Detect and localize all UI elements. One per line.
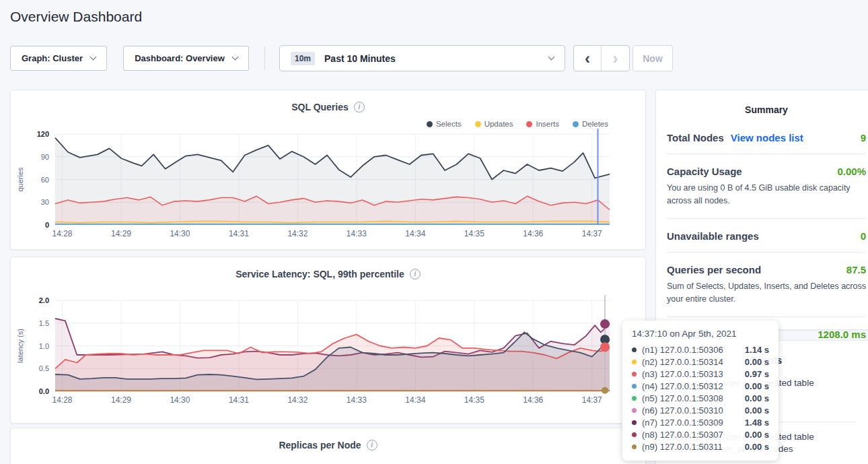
now-button-label: Now: [643, 53, 663, 64]
chevron-down-icon: [231, 54, 238, 61]
node-dot-icon: [632, 396, 637, 401]
node-address: (n1) 127.0.0.1:50306: [642, 345, 723, 355]
svg-text:14:28: 14:28: [52, 395, 72, 405]
service-latency-chart[interactable]: 14:2814:2914:3014:3114:3214:3314:3414:35…: [11, 257, 647, 424]
tooltip-row: (n1) 127.0.0.1:503061.14 s: [632, 343, 769, 356]
svg-text:60: 60: [41, 176, 49, 184]
svg-text:14:35: 14:35: [464, 395, 484, 405]
node-address: (n3) 127.0.0.1:50313: [642, 369, 723, 379]
node-dot-icon: [632, 347, 637, 352]
tooltip-time: 14:37:10: [632, 329, 667, 339]
node-dot-icon: [632, 372, 637, 376]
svg-text:14:34: 14:34: [405, 395, 425, 405]
time-nav-group: ‹ ›: [573, 45, 630, 71]
svg-text:14:33: 14:33: [347, 395, 367, 405]
unavailable-ranges-label: Unavailable ranges: [667, 230, 759, 242]
svg-text:14:28: 14:28: [52, 229, 72, 238]
service-latency-card: Service Latency: SQL, 99th percentile i …: [10, 257, 646, 424]
svg-text:14:37: 14:37: [582, 395, 602, 405]
node-address: (n9) 127.0.0.1:50311: [642, 442, 723, 452]
svg-text:14:36: 14:36: [523, 395, 543, 405]
controls-divider: [264, 46, 265, 70]
tooltip-row: (n4) 127.0.0.1:503120.00 s: [632, 380, 769, 392]
svg-text:14:37: 14:37: [582, 229, 602, 238]
node-latency-value: 1.14 s: [745, 345, 769, 355]
tooltip-row: (n9) 127.0.0.1:503110.00 s: [632, 440, 769, 453]
svg-text:queries: queries: [16, 167, 24, 192]
node-latency-value: 0.00 s: [745, 405, 769, 416]
time-range-badge: 10m: [291, 52, 315, 65]
unavailable-ranges-value: 0: [861, 230, 866, 242]
node-latency-value: 0.00 s: [745, 442, 769, 452]
svg-text:14:31: 14:31: [229, 229, 249, 238]
summary-panel: Summary Total Nodes View nodes list 9 Ca…: [655, 90, 868, 330]
node-latency-value: 0.00 s: [745, 357, 769, 367]
node-address: (n4) 127.0.0.1:50312: [642, 381, 723, 391]
svg-text:14:30: 14:30: [170, 229, 190, 238]
chart-hover-tooltip: 14:37:10 on Apr 5th, 2021 (n1) 127.0.0.1…: [622, 321, 779, 461]
now-button[interactable]: Now: [632, 45, 673, 71]
svg-text:14:36: 14:36: [523, 229, 543, 238]
summary-row-total-nodes: Total Nodes View nodes list 9: [667, 121, 866, 154]
svg-text:14:33: 14:33: [347, 229, 367, 238]
tooltip-row: (n6) 127.0.0.1:503100.00 s: [632, 404, 769, 416]
node-address: (n6) 127.0.0.1:50310: [642, 405, 723, 416]
tooltip-row: (n5) 127.0.0.1:503080.00 s: [632, 392, 769, 404]
total-nodes-label: Total Nodes: [667, 132, 724, 143]
view-nodes-list-link[interactable]: View nodes list: [731, 132, 803, 143]
node-dot-icon: [632, 408, 637, 413]
svg-text:2.0: 2.0: [39, 296, 49, 304]
svg-text:14:34: 14:34: [405, 229, 425, 238]
tooltip-row: (n8) 127.0.0.1:503070.00 s: [632, 428, 769, 440]
node-address: (n8) 127.0.0.1:50307: [642, 430, 723, 440]
svg-text:120: 120: [37, 130, 49, 138]
svg-text:0.0: 0.0: [39, 387, 49, 395]
tooltip-date: on Apr 5th, 2021: [670, 329, 736, 339]
sql-queries-card: SQL Queries i Selects Updates Inserts De…: [10, 90, 646, 250]
node-dot-icon: [632, 420, 637, 425]
svg-text:30: 30: [41, 198, 49, 206]
graph-dropdown-label: Graph: Cluster: [22, 53, 83, 63]
node-address: (n7) 127.0.0.1:50309: [642, 418, 723, 428]
node-latency-value: 1.48 s: [745, 418, 769, 428]
dashboard-dropdown[interactable]: Dashboard: Overview: [123, 46, 249, 71]
tooltip-timestamp: 14:37:10 on Apr 5th, 2021: [632, 329, 769, 339]
chevron-down-icon: [548, 54, 555, 61]
svg-text:latency (s): latency (s): [16, 329, 24, 363]
svg-text:14:32: 14:32: [287, 395, 308, 405]
p99-latency-value: 1208.0 ms: [818, 329, 866, 340]
time-range-dropdown[interactable]: 10m Past 10 Minutes: [279, 45, 565, 71]
page-title: Overview Dashboard: [10, 9, 142, 25]
time-next-button[interactable]: ›: [602, 46, 629, 71]
time-prev-button[interactable]: ‹: [574, 46, 602, 71]
total-nodes-value: 9: [861, 132, 866, 143]
svg-text:1.0: 1.0: [39, 342, 49, 350]
summary-row-capacity: Capacity Usage 0.00% You are using 0 B o…: [667, 154, 866, 219]
dashboard-dropdown-label: Dashboard: Overview: [135, 53, 225, 63]
node-latency-value: 0.97 s: [745, 369, 769, 379]
node-address: (n5) 127.0.0.1:50308: [642, 393, 723, 403]
summary-row-qps: Queries per second 87.5 Sum of Selects, …: [667, 253, 866, 317]
svg-text:14:30: 14:30: [170, 395, 190, 405]
capacity-label: Capacity Usage: [667, 166, 742, 177]
qps-desc: Sum of Selects, Updates, Inserts, and De…: [667, 280, 866, 306]
qps-value: 87.5: [846, 264, 866, 275]
svg-text:90: 90: [41, 153, 49, 161]
svg-text:14:29: 14:29: [111, 229, 131, 238]
svg-text:0.5: 0.5: [39, 364, 49, 372]
chevron-right-icon: ›: [613, 49, 618, 68]
capacity-value: 0.00%: [837, 166, 866, 177]
node-dot-icon: [632, 444, 637, 449]
info-icon[interactable]: i: [367, 440, 377, 451]
tooltip-row: (n7) 127.0.0.1:503091.48 s: [632, 416, 769, 428]
sql-queries-chart[interactable]: 14:2814:2914:3014:3114:3214:3314:3414:35…: [11, 90, 647, 251]
graph-dropdown[interactable]: Graph: Cluster: [10, 46, 107, 71]
svg-text:14:32: 14:32: [287, 229, 308, 238]
tooltip-row: (n3) 127.0.0.1:503130.97 s: [632, 368, 769, 380]
svg-text:14:31: 14:31: [229, 395, 249, 405]
time-range-label: Past 10 Minutes: [324, 53, 396, 64]
chevron-left-icon: ‹: [585, 49, 590, 68]
tooltip-row: (n2) 127.0.0.1:503140.00 s: [632, 356, 769, 368]
node-dot-icon: [632, 384, 637, 389]
replicas-per-node-title: Replicas per Node: [279, 440, 361, 451]
